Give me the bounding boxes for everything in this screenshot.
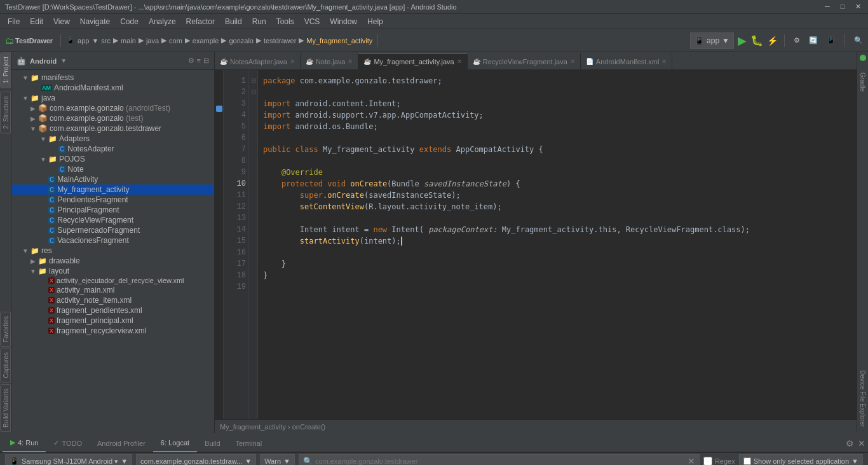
show-only-selected-checkbox[interactable] — [743, 457, 751, 465]
bottom-tab-terminal[interactable]: Terminal — [228, 434, 270, 452]
bottom-tab-logcat[interactable]: ▶ 4: Run — [3, 434, 46, 452]
project-header: 🤖 Android ▼ ⚙ ≡ ⊟ — [11, 52, 214, 70]
tree-item-com-test2[interactable]: ▶ 📦 com.example.gonzalo (test) — [11, 113, 214, 123]
menu-item-tools[interactable]: Tools — [271, 16, 299, 27]
bottom-tab-profiler[interactable]: Android Profiler — [90, 434, 153, 452]
sidebar-build-variants-label[interactable]: Build Variants — [0, 384, 11, 432]
editor-status-bar: My_fragment_activity › onCreate() — [215, 419, 857, 433]
device-selector[interactable]: 📱 Samsung SM-J120M Android ▾ ▼ — [5, 454, 132, 465]
tab-close-notesadapter[interactable]: ✕ — [290, 58, 295, 65]
sidebar-structure-label[interactable]: 2: Structure — [0, 92, 11, 134]
menu-item-analyze[interactable]: Analyze — [144, 16, 181, 27]
tree-item-res[interactable]: ▼ 📁 res — [11, 246, 214, 256]
tree-item-frag-pendientes[interactable]: X fragment_pendientes.xml — [11, 305, 214, 316]
menu-item-file[interactable]: File — [3, 16, 25, 27]
bottom-tab-build[interactable]: Build — [197, 434, 227, 452]
regex-checkbox[interactable] — [703, 457, 712, 465]
attach-button[interactable]: ⚡ — [767, 36, 778, 46]
run-button[interactable]: ▶ — [738, 34, 747, 48]
project-collapse-icon[interactable]: ⊟ — [203, 57, 209, 65]
tree-item-pojos[interactable]: ▼ 📁 POJOS — [11, 154, 214, 164]
menu-item-code[interactable]: Code — [115, 16, 144, 27]
tree-item-act-ejecutador[interactable]: X activity_ejecutador_del_recycle_view.x… — [11, 276, 214, 285]
tree-item-frag-principal[interactable]: X fragment_principal.xml — [11, 316, 214, 326]
log-level-selector[interactable]: Warn ▼ — [260, 454, 295, 465]
line-numbers: 12345 6789 10 1112131415 16171819 — [224, 70, 249, 419]
menu-item-window[interactable]: Window — [325, 16, 362, 27]
tab-close-note[interactable]: ✕ — [348, 58, 353, 65]
menu-item-help[interactable]: Help — [362, 16, 388, 27]
gradle-side-label[interactable]: Gradle — [857, 69, 868, 95]
tree-item-adapters[interactable]: ▼ 📁 Adapters — [11, 134, 214, 144]
package-selector[interactable]: com.example.gonzalo.testdraw... ▼ — [136, 454, 256, 465]
tree-item-layout[interactable]: ▼ 📁 layout — [11, 266, 214, 276]
show-only-selected-dropdown[interactable]: Show only selected application ▼ — [739, 454, 863, 465]
logcat-filter-input[interactable] — [315, 457, 688, 465]
tree-item-act-note[interactable]: X activity_note_item.xml — [11, 295, 214, 305]
tree-item-manifests[interactable]: ▼ 📁 manifests — [11, 73, 214, 83]
bottom-tab-todo[interactable]: ✓ TODO — [46, 434, 90, 452]
toolbar-sep-2 — [377, 34, 378, 47]
tab-notesadapter[interactable]: ☕ NotesAdapter.java ✕ — [215, 53, 301, 69]
project-sync-icon[interactable]: ⚙ — [188, 57, 194, 65]
menu-item-build[interactable]: Build — [220, 16, 247, 27]
menu-item-navigate[interactable]: Navigate — [75, 16, 115, 27]
editor-tabs: ☕ NotesAdapter.java ✕ ☕ Note.java ✕ ☕ My… — [215, 52, 857, 70]
sidebar-project-label[interactable]: 1: Project — [0, 52, 11, 88]
project-title: Android — [30, 57, 57, 65]
device-file-explorer-label[interactable]: Device File Explorer — [857, 366, 868, 431]
tab-manifest[interactable]: 📄 AndroidManifest.xml ✕ — [581, 53, 673, 69]
tree-item-supermercado[interactable]: C SupermercadoFragment — [11, 225, 214, 235]
sidebar-favorites-label[interactable]: Favorites — [0, 312, 11, 347]
tree-item-java[interactable]: ▼ 📁 java — [11, 93, 214, 103]
tab-myfragment[interactable]: ☕ My_fragment_activity.java ✕ — [358, 53, 467, 69]
tree-item-com-test[interactable]: ▶ 📦 com.example.gonzalo (androidTest) — [11, 103, 214, 113]
tree-item-principal[interactable]: C PrincipalFragment — [11, 205, 214, 215]
code-content[interactable]: package com.example.gonzalo.testdrawer; … — [258, 70, 857, 419]
tree-item-androidmanifest[interactable]: AM AndroidManifest.xml — [11, 83, 214, 93]
tree-item-mainactivity[interactable]: C MainActivity — [11, 174, 214, 184]
tab-close-manifest[interactable]: ✕ — [661, 58, 667, 65]
menu-item-vcs[interactable]: VCS — [299, 16, 325, 27]
tree-item-note[interactable]: C Note — [11, 164, 214, 174]
bottom-tab-6logcat[interactable]: 6: Logcat — [153, 434, 197, 452]
tab-note[interactable]: ☕ Note.java ✕ — [301, 53, 358, 69]
tree-item-pendientes[interactable]: C PendientesFragment — [11, 195, 214, 205]
tab-close-recyclerview[interactable]: ✕ — [570, 58, 575, 65]
sync-button[interactable]: 🔄 — [806, 35, 820, 46]
tree-item-com-main[interactable]: ▼ 📦 com.example.gonzalo.testdrawer — [11, 123, 214, 134]
tree-item-vacaciones[interactable]: C VacacionesFragment — [11, 235, 214, 246]
logcat-filter-box[interactable]: 🔍 ✕ — [299, 454, 700, 465]
logcat-toolbar: 📱 Samsung SM-J120M Android ▾ ▼ com.examp… — [0, 452, 868, 465]
bottom-panel-settings-icon[interactable]: ⚙ — [846, 438, 854, 448]
menu-item-edit[interactable]: Edit — [25, 16, 48, 27]
code-breadcrumb: My_fragment_activity › onCreate() — [220, 423, 851, 431]
bottom-panel-close-icon[interactable]: ✕ — [858, 438, 865, 448]
tree-item-drawable[interactable]: ▶ 📁 drawable — [11, 256, 214, 266]
tree-item-recyclerview[interactable]: C RecycleViewFragment — [11, 215, 214, 225]
tab-recyclerview[interactable]: ☕ RecycleViewFragment.java ✕ — [468, 53, 581, 69]
sidebar-captures-label[interactable]: Captures — [0, 348, 11, 383]
sdk-button[interactable]: ⚙ — [791, 35, 803, 46]
debug-button[interactable]: 🐛 — [750, 34, 763, 46]
bottom-panel: ▶ 4: Run ✓ TODO Android Profiler 6: Logc… — [0, 433, 868, 465]
tree-item-act-main[interactable]: X activity_main.xml — [11, 285, 214, 295]
tab-close-myfragment[interactable]: ✕ — [457, 58, 462, 65]
tree-item-myfragment[interactable]: C My_fragment_activity — [11, 184, 214, 195]
tree-item-frag-recyclerview[interactable]: X fragment_recyclerview.xml — [11, 326, 214, 336]
menu-item-refactor[interactable]: Refactor — [181, 16, 220, 27]
menu-item-view[interactable]: View — [48, 16, 75, 27]
search-everywhere-button[interactable]: 🔍 — [851, 35, 865, 46]
project-gear-icon[interactable]: ≡ — [197, 57, 201, 65]
close-button[interactable]: ✕ — [853, 3, 863, 11]
maximize-button[interactable]: □ — [837, 3, 848, 11]
avd-button[interactable]: 📱 — [824, 35, 838, 46]
logcat-filter-clear[interactable]: ✕ — [688, 456, 695, 465]
project-tree: ▼ 📁 manifests AM AndroidManifest.xml ▼ 📁… — [11, 70, 214, 433]
app-dropdown[interactable]: 📱 app ▼ — [690, 32, 734, 49]
editor-area: ☕ NotesAdapter.java ✕ ☕ Note.java ✕ ☕ My… — [215, 52, 857, 433]
menu-item-run[interactable]: Run — [247, 16, 271, 27]
minimize-button[interactable]: ─ — [822, 3, 832, 11]
project-name: 🗂 TestDrawer — [3, 34, 55, 47]
tree-item-notesadapter[interactable]: C NotesAdapter — [11, 144, 214, 154]
